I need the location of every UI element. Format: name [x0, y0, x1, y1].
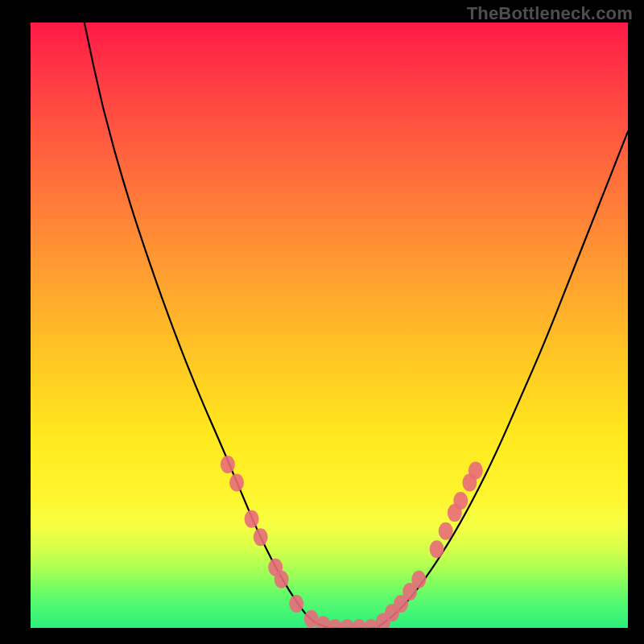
chart-frame: TheBottleneck.com [0, 0, 644, 644]
marker-left-3 [254, 528, 268, 546]
marker-left-5 [275, 571, 289, 588]
curve-right-curve [377, 131, 628, 628]
marker-right-6 [439, 522, 453, 540]
marker-left-0 [221, 456, 235, 473]
watermark-text: TheBottleneck.com [467, 3, 633, 24]
marker-right-4 [411, 571, 426, 588]
marker-right-8 [453, 492, 468, 510]
curve-left-curve [85, 23, 329, 628]
marker-right-10 [469, 461, 483, 479]
marker-right-5 [430, 540, 444, 558]
marker-left-6 [289, 595, 303, 613]
marker-left-2 [245, 510, 259, 528]
curve-layer [31, 23, 628, 628]
marker-left-1 [229, 474, 244, 492]
